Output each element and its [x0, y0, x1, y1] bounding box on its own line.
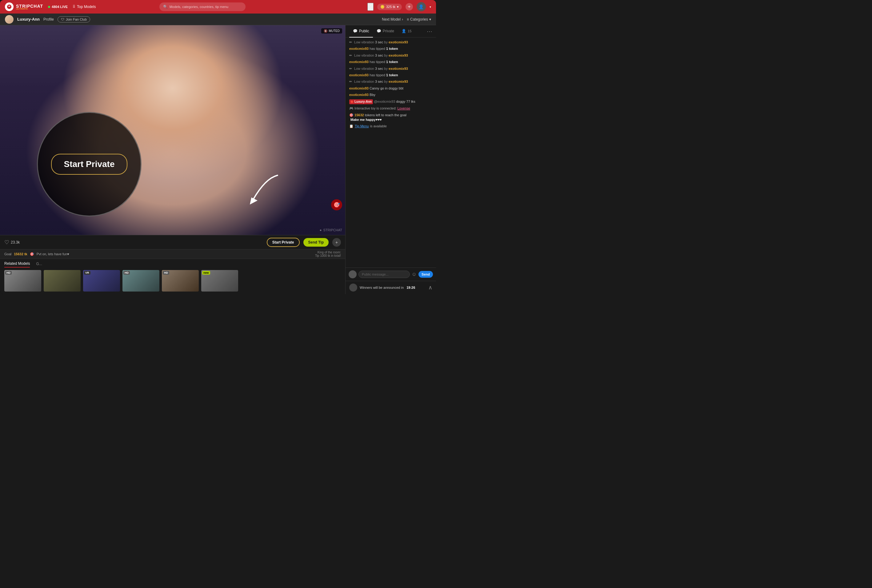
tokens-count: 325 tk	[386, 5, 395, 9]
chat-input-area: ☺ Send	[346, 267, 436, 281]
profile-link[interactable]: Profile	[44, 17, 54, 21]
video-section: 🔇 MUTED 🎯 ● STRIPCHAT Start Private	[0, 25, 345, 294]
video-feed: 🔇 MUTED 🎯 ● STRIPCHAT Start Private	[0, 25, 345, 235]
mention-text: @exoticmix93	[374, 100, 396, 104]
next-model-button[interactable]: Next Model ›	[382, 17, 403, 21]
chat-message-3: ✏ Low vibration 3 sec by exoticmix93	[349, 66, 432, 71]
user-icon: 👤	[418, 4, 424, 9]
chat-user-bby[interactable]: exoticmix93	[349, 93, 368, 97]
related-thumb-3[interactable]: VR	[83, 270, 120, 291]
tip-menu-link[interactable]: Tip Menu	[355, 124, 368, 129]
target-icon[interactable]: 🎯	[331, 199, 342, 210]
emoji-button[interactable]: ☺	[412, 272, 416, 277]
add-tokens-button[interactable]: +	[406, 3, 413, 10]
model-avatar	[5, 15, 14, 24]
tab-private[interactable]: 💬 Private	[373, 25, 398, 38]
chat-goal: 🎯 15632 tokens left to reach the goal Ma…	[349, 113, 432, 122]
tip-action-3: has tipped	[370, 73, 386, 77]
start-private-button[interactable]: Start Private	[267, 238, 300, 247]
shield-icon: 🛡	[61, 18, 64, 21]
chat-message-input[interactable]	[358, 271, 410, 278]
user-count: 15	[408, 29, 411, 33]
logo-text: STRIP CHAT ULTIMATE	[16, 4, 43, 10]
tip-label: Tip 1000 tk in total!	[315, 254, 341, 257]
goal-bar: Goal 15632 tk 🎯 Pvt on, lets have fun♥ K…	[0, 249, 345, 259]
vibration-low-4: Low vibration	[354, 80, 375, 83]
categories-button[interactable]: ≡ Categories ▾	[407, 17, 431, 21]
search-input[interactable]	[170, 5, 242, 9]
logo-area: STRIP CHAT ULTIMATE	[5, 3, 43, 11]
watermark-text: STRIPCHAT	[323, 228, 342, 232]
tab-gallery-label: G...	[36, 262, 42, 266]
users-icon: 👤	[401, 29, 406, 33]
tip-user-2[interactable]: exoticmix93	[349, 60, 368, 64]
start-private-large-button[interactable]: Start Private	[51, 154, 128, 175]
send-tip-label: Send Tip	[308, 240, 324, 244]
fan-club-button[interactable]: 🛡 Join Fan Club	[57, 16, 90, 22]
related-thumb-1[interactable]: HD	[4, 270, 41, 291]
related-tabs: Related Models G...	[4, 261, 341, 267]
chat-more-button[interactable]: ⋯	[427, 28, 432, 35]
categories-label: Categories	[410, 17, 428, 21]
chevron-right-icon: ›	[402, 17, 403, 21]
tip-user-3[interactable]: exoticmix93	[349, 73, 368, 77]
private-chat-icon: 💬	[377, 29, 381, 33]
goal-tokens-label: tokens left to reach the goal	[365, 113, 406, 117]
tokens-chevron-icon: ▾	[397, 5, 399, 9]
muted-label: MUTED	[329, 29, 340, 33]
related-thumb-6[interactable]: new	[201, 270, 238, 291]
vibration-user-1[interactable]: exoticmix93	[389, 40, 408, 44]
chat-user-doggy-1[interactable]: exoticmix93	[349, 86, 368, 90]
chat-message-2: ✏ Low vibration 3 sec by exoticmix93	[349, 53, 432, 58]
related-thumb-4[interactable]: HD	[122, 270, 159, 291]
next-model-label: Next Model	[382, 17, 401, 21]
related-thumb-5[interactable]: HD	[162, 270, 199, 291]
vibration-low-3: Low vibration	[354, 67, 375, 70]
tab-gallery[interactable]: G...	[36, 261, 42, 267]
winners-avatar	[349, 284, 357, 291]
vibration-by-4: by	[384, 80, 389, 83]
related-thumb-2[interactable]	[44, 270, 81, 291]
king-label: King of the room:	[317, 250, 341, 254]
sub-nav-right: Next Model › ≡ Categories ▾	[382, 17, 431, 21]
vibration-by-3: by	[384, 67, 389, 70]
top-models-button[interactable]: ⠿ Top Models	[73, 4, 96, 9]
vibration-user-2[interactable]: exoticmix93	[389, 54, 408, 57]
sub-navigation: Luxury-Ann Profile 🛡 Join Fan Club Next …	[0, 14, 436, 25]
follow-button[interactable]: +	[332, 238, 341, 247]
tab-related-models[interactable]: Related Models	[4, 261, 30, 267]
goal-label: Goal	[4, 252, 11, 256]
chat-messages: ✏ Low vibration 3 sec by exoticmix93 exo…	[346, 38, 436, 267]
tip-action-1: has tipped	[370, 47, 386, 50]
chat-tip-menu: 📋 Tip Menu is available	[349, 124, 432, 129]
live-dot	[48, 6, 50, 8]
model-name[interactable]: Luxury-Ann	[17, 17, 40, 21]
thumb-badge-hd: HD	[5, 271, 12, 274]
tip-user-1[interactable]: exoticmix93	[349, 47, 368, 50]
follow-icon: +	[335, 240, 338, 245]
tokens-button[interactable]: 🪙 325 tk ▾	[377, 4, 402, 10]
private-tab-label: Private	[383, 29, 394, 33]
vibration-duration-2: 3 sec	[375, 54, 384, 57]
chat-tip-1: exoticmix93 has tipped 1 token	[349, 46, 432, 51]
tab-public[interactable]: 💬 Public	[349, 25, 373, 38]
chat-tip-2: exoticmix93 has tipped 1 token	[349, 60, 432, 64]
send-message-button[interactable]: Send	[418, 271, 433, 278]
like-button[interactable]: ♡	[4, 239, 9, 246]
video-container: 🔇 MUTED 🎯 ● STRIPCHAT Start Private	[0, 25, 345, 235]
send-tip-button[interactable]: Send Tip	[304, 238, 329, 247]
circle-overlay: Start Private	[37, 112, 141, 216]
tip-amount-1: 1 token	[386, 47, 398, 50]
categories-chevron-icon: ▾	[429, 17, 431, 21]
wishlist-button[interactable]: ♡	[367, 3, 374, 11]
start-private-large-label: Start Private	[64, 159, 115, 169]
user-avatar-button[interactable]: 👤	[416, 2, 426, 11]
vibration-user-3[interactable]: exoticmix93	[389, 67, 408, 70]
tip-amount-3: 1 token	[386, 73, 398, 77]
winners-expand-button[interactable]: ∧	[428, 284, 432, 291]
chat-doggy-1: exoticmix93 Canny go in doggy bbt	[349, 86, 432, 91]
vibration-user-4[interactable]: exoticmix93	[389, 80, 408, 83]
lovense-link[interactable]: Lovense	[397, 106, 410, 110]
chat-text-bby: Bby	[370, 93, 375, 97]
tab-users[interactable]: 👤 15	[398, 25, 415, 38]
